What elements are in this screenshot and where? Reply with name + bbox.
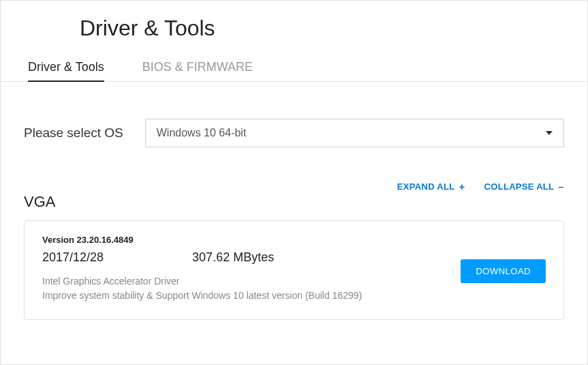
driver-name: Intel Graphics Accelerator Driver (42, 274, 410, 289)
os-select[interactable]: Windows 10 64-bit (145, 119, 564, 147)
os-select-value: Windows 10 64-bit (157, 127, 247, 139)
tab-driver-tools[interactable]: Driver & Tools (28, 55, 104, 81)
os-label: Please select OS (24, 126, 123, 141)
content-area: Please select OS Windows 10 64-bit EXPAN… (1, 82, 587, 320)
collapse-all-label: COLLAPSE ALL (484, 181, 555, 192)
minus-icon: – (558, 181, 564, 192)
driver-card: Version 23.20.16.4849 2017/12/28 307.62 … (24, 220, 564, 320)
plus-icon: + (459, 181, 465, 192)
expand-all-button[interactable]: EXPAND ALL + (397, 181, 465, 192)
chevron-down-icon (546, 131, 553, 135)
tab-bios-firmware[interactable]: BIOS & FIRMWARE (142, 55, 253, 81)
section-title: VGA (24, 193, 564, 211)
actions-row: EXPAND ALL + COLLAPSE ALL – (24, 181, 564, 192)
download-button[interactable]: DOWNLOAD (461, 259, 546, 283)
collapse-all-button[interactable]: COLLAPSE ALL – (484, 181, 564, 192)
page-title: Driver & Tools (1, 1, 587, 55)
driver-size: 307.62 MBytes (192, 250, 274, 265)
expand-all-label: EXPAND ALL (397, 181, 455, 192)
driver-date: 2017/12/28 (42, 250, 104, 265)
tabs-row: Driver & Tools BIOS & FIRMWARE (1, 55, 587, 82)
driver-description: Intel Graphics Accelerator Driver Improv… (42, 274, 410, 303)
driver-improvement: Improve system stability & Support Windo… (42, 289, 410, 303)
driver-version: Version 23.20.16.4849 (42, 235, 546, 245)
os-row: Please select OS Windows 10 64-bit (24, 119, 564, 147)
